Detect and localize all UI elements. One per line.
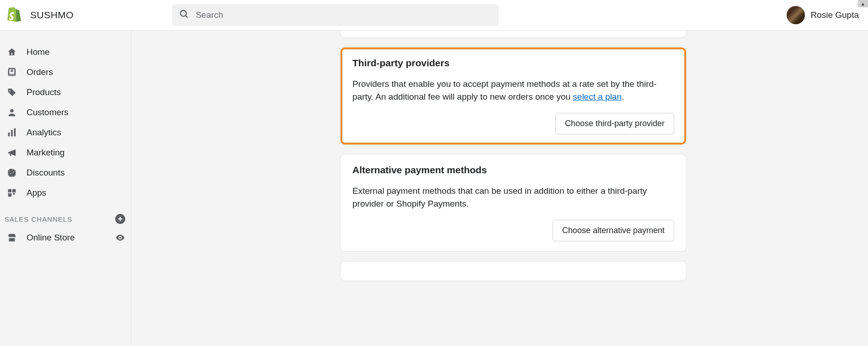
card-body: External payment methods that can be use… [352,185,674,210]
add-channel-button[interactable] [115,214,125,224]
products-icon [6,87,17,98]
sidebar-item-customers[interactable]: Customers [0,102,131,122]
home-icon [6,47,17,58]
sidebar-item-marketing[interactable]: Marketing [0,143,131,163]
svg-rect-4 [8,133,10,136]
card-title: Alternative payment methods [352,165,674,176]
svg-point-0 [181,11,186,16]
card-third-party-providers: Third-party providers Providers that ena… [340,47,687,145]
marketing-icon [6,147,17,158]
sidebar: Home Orders Products Customers Analytics [0,31,131,346]
sidebar-item-label: Home [27,47,50,57]
sidebar-item-label: Products [27,87,61,97]
shopify-logo-icon [7,7,21,23]
apps-icon [6,187,17,198]
search-input[interactable]: Search [172,4,499,26]
card-below-cutoff [340,261,687,281]
sidebar-item-label: Marketing [27,148,64,158]
choose-third-party-button[interactable]: Choose third-party provider [555,113,674,134]
sidebar-item-apps[interactable]: Apps [0,183,131,203]
avatar[interactable] [787,6,805,24]
card-alternative-payment-methods: Alternative payment methods External pay… [340,154,687,252]
user-name[interactable]: Rosie Gupta [810,10,859,20]
svg-rect-7 [8,189,11,192]
section-label: SALES CHANNELS [5,215,72,223]
orders-icon [6,67,17,78]
svg-rect-9 [8,193,11,197]
select-plan-link[interactable]: select a plan [573,92,622,101]
store-name: SUSHMO [30,10,74,21]
svg-rect-5 [11,130,13,137]
sidebar-item-label: Orders [27,67,53,77]
svg-rect-8 [12,189,16,192]
store-icon [6,232,17,243]
search-placeholder: Search [196,10,223,20]
svg-point-3 [10,109,13,112]
card-body: Providers that enable you to accept paym… [352,78,674,103]
sidebar-item-home[interactable]: Home [0,42,131,62]
sidebar-channel-online-store[interactable]: Online Store [0,228,131,248]
discounts-icon [6,167,17,178]
sidebar-item-orders[interactable]: Orders [0,62,131,82]
sidebar-item-label: Customers [27,107,69,117]
view-store-button[interactable] [115,233,125,243]
analytics-icon [6,127,17,138]
sidebar-section-sales-channels: SALES CHANNELS [0,203,131,228]
sidebar-item-analytics[interactable]: Analytics [0,122,131,143]
card-title: Third-party providers [352,58,674,69]
svg-line-1 [186,16,188,18]
sidebar-item-products[interactable]: Products [0,82,131,102]
main-content: Third-party providers Providers that ena… [131,31,868,346]
svg-rect-6 [14,128,16,136]
sidebar-item-label: Discounts [27,168,64,178]
sidebar-item-discounts[interactable]: Discounts [0,163,131,183]
choose-alternative-payment-button[interactable]: Choose alternative payment [553,220,674,241]
customers-icon [6,107,17,118]
sidebar-item-label: Apps [27,188,46,198]
card-above-cutoff [340,31,687,38]
app-header: SUSHMO Search Rosie Gupta [0,0,868,31]
scroll-up-indicator[interactable]: ▲ [858,0,868,7]
search-icon [179,9,189,21]
sidebar-item-label: Analytics [27,128,61,138]
sidebar-channel-label: Online Store [27,233,75,243]
